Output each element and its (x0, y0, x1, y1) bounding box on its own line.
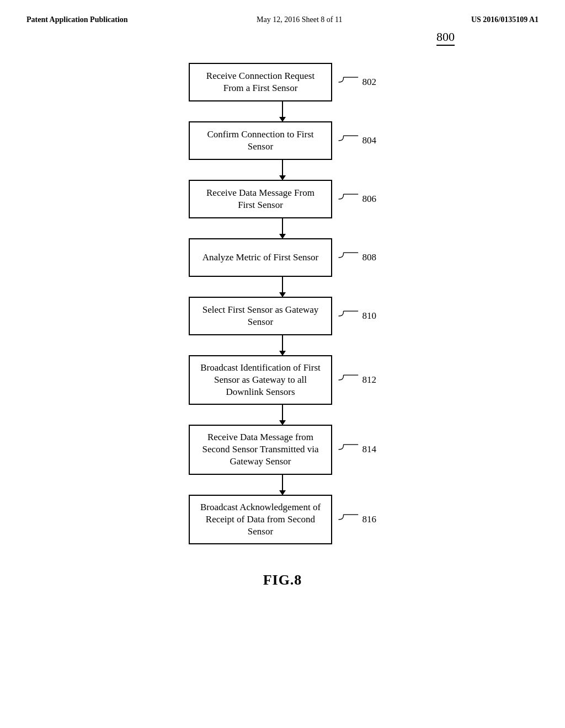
header-left: Patent Application Publication (26, 15, 128, 24)
flow-row-816: Broadcast Acknowledgement of Receipt of … (189, 495, 376, 544)
figure-number-top: 800 (436, 30, 455, 44)
flow-row-806: Receive Data Message From First Sensor 8… (189, 180, 376, 218)
bracket-icon-808 (337, 251, 361, 264)
step-806: Receive Data Message From First Sensor (189, 180, 332, 218)
step-814: Receive Data Message from Second Sensor … (189, 425, 332, 474)
flow-row-810: Select First Sensor as Gateway Sensor 81… (189, 297, 376, 335)
bracket-icon-812 (337, 373, 361, 387)
step-810: Select First Sensor as Gateway Sensor (189, 297, 332, 335)
flow-row-802: Receive Connection Request From a First … (189, 63, 376, 101)
flow-row-808: Analyze Metric of First Sensor 808 (189, 238, 376, 277)
step-816: Broadcast Acknowledgement of Receipt of … (189, 495, 332, 544)
arrow-2 (211, 160, 354, 180)
arrow-3 (211, 218, 354, 238)
bracket-icon-806 (337, 192, 361, 206)
flow-row-812: Broadcast Identification of First Sensor… (189, 355, 376, 405)
label-814: 814 (332, 443, 376, 456)
flow-row-804: Confirm Connection to First Sensor 804 (189, 121, 376, 160)
diagram-container: 800 Receive Connection Request From a Fi… (0, 24, 565, 588)
arrow-1 (211, 101, 354, 121)
step-804: Confirm Connection to First Sensor (189, 121, 332, 160)
flow-row-814: Receive Data Message from Second Sensor … (189, 425, 376, 474)
label-810: 810 (332, 309, 376, 323)
flow-wrapper: Receive Connection Request From a First … (189, 63, 376, 544)
page-header: Patent Application Publication May 12, 2… (0, 0, 565, 24)
step-808: Analyze Metric of First Sensor (189, 238, 332, 277)
bracket-icon-802 (337, 76, 361, 89)
header-center: May 12, 2016 Sheet 8 of 11 (257, 15, 342, 24)
label-802: 802 (332, 76, 376, 89)
header-right: US 2016/0135109 A1 (471, 15, 539, 24)
arrow-6 (211, 405, 354, 425)
arrow-7 (211, 475, 354, 495)
bracket-icon-804 (337, 134, 361, 147)
label-808: 808 (332, 251, 376, 264)
label-812: 812 (332, 373, 376, 387)
label-804: 804 (332, 134, 376, 147)
label-806: 806 (332, 192, 376, 206)
arrow-4 (211, 277, 354, 297)
figure-caption: FIG.8 (263, 572, 302, 588)
bracket-icon-810 (337, 309, 361, 323)
bracket-icon-814 (337, 443, 361, 456)
label-816: 816 (332, 513, 376, 526)
step-812: Broadcast Identification of First Sensor… (189, 355, 332, 405)
step-802: Receive Connection Request From a First … (189, 63, 332, 101)
bracket-icon-816 (337, 513, 361, 526)
arrow-5 (211, 335, 354, 355)
